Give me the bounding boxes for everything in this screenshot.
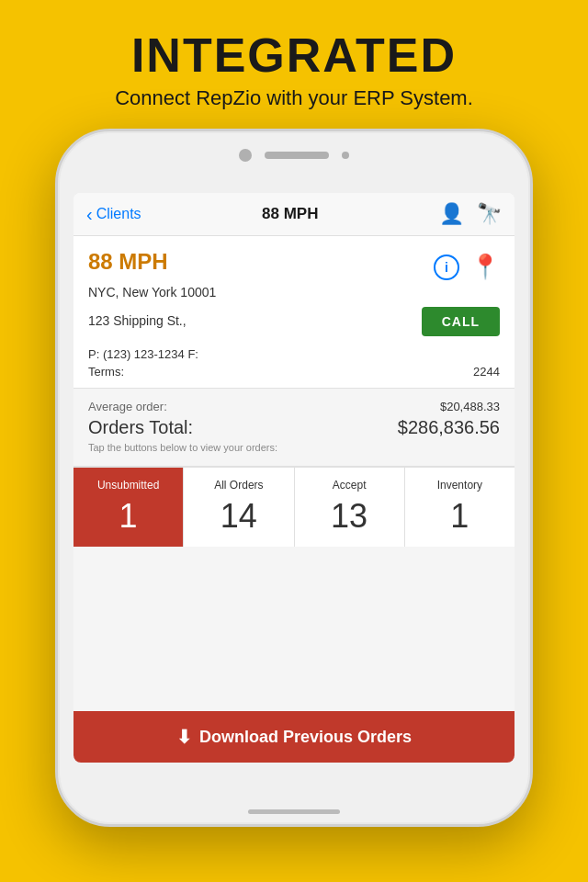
average-order-row: Average order: $20,488.33 — [88, 400, 500, 413]
client-section: 88 MPH i 📍 NYC, New York 10001 123 Shipp… — [74, 236, 514, 389]
order-type-count: 1 — [119, 497, 138, 536]
client-name: 88 MPH — [88, 249, 168, 275]
orders-total-label: Orders Total: — [88, 417, 193, 438]
nav-bar: ‹ Clients 88 MPH 👤 🔭 — [74, 193, 514, 236]
back-button[interactable]: ‹ Clients — [86, 204, 141, 225]
order-type-unsubmitted[interactable]: Unsubmitted1 — [74, 468, 184, 547]
phone-screen: ‹ Clients 88 MPH 👤 🔭 88 MPH i 📍 NYC, New… — [74, 193, 514, 763]
client-address: 123 Shipping St., — [88, 313, 187, 328]
phone-dot — [342, 152, 349, 159]
order-type-label: Accept — [333, 479, 367, 492]
phone-speaker — [265, 152, 329, 159]
binoculars-icon[interactable]: 🔭 — [477, 202, 502, 226]
client-terms-row: Terms: 2244 — [88, 365, 500, 379]
main-subtitle: Connect RepZio with your ERP System. — [115, 86, 473, 110]
spacer — [74, 547, 514, 711]
order-type-all-orders[interactable]: All Orders14 — [184, 468, 294, 547]
order-types-grid: Unsubmitted1All Orders14Accept13Inventor… — [74, 467, 514, 547]
map-pin-icon[interactable]: 📍 — [470, 253, 500, 281]
back-label: Clients — [96, 206, 141, 222]
terms-label: Terms: — [88, 365, 124, 379]
order-type-accept[interactable]: Accept13 — [295, 468, 405, 547]
orders-total-value: $286,836.56 — [398, 417, 500, 438]
main-title: INTEGRATED — [115, 28, 473, 83]
stats-section: Average order: $20,488.33 Orders Total: … — [74, 389, 514, 467]
nav-icons: 👤 🔭 — [439, 202, 502, 226]
download-icon: ⬇ — [176, 726, 192, 748]
client-city: NYC, New York 10001 — [88, 285, 500, 300]
phone-notch — [239, 149, 349, 162]
phone-home-bar — [248, 809, 340, 814]
user-icon[interactable]: 👤 — [439, 202, 464, 226]
client-header-row: 88 MPH i 📍 — [88, 249, 500, 281]
nav-title: 88 MPH — [147, 205, 434, 223]
tap-hint: Tap the buttons below to view your order… — [88, 442, 500, 453]
terms-value: 2244 — [473, 365, 500, 379]
order-type-inventory[interactable]: Inventory1 — [405, 468, 514, 547]
order-type-label: Unsubmitted — [97, 479, 159, 492]
download-button[interactable]: ⬇ Download Previous Orders — [74, 711, 514, 763]
info-button[interactable]: i — [434, 254, 459, 280]
average-order-value: $20,488.33 — [440, 400, 500, 413]
download-label: Download Previous Orders — [199, 728, 412, 747]
phone-wrapper: ‹ Clients 88 MPH 👤 🔭 88 MPH i 📍 NYC, New… — [55, 129, 533, 827]
call-button[interactable]: CALL — [422, 307, 500, 336]
order-type-count: 1 — [450, 497, 469, 536]
order-type-label: Inventory — [437, 479, 482, 492]
phone-camera — [239, 149, 252, 162]
order-type-count: 13 — [331, 497, 368, 536]
average-order-label: Average order: — [88, 400, 167, 413]
client-address-row2: 123 Shipping St., CALL — [88, 301, 500, 336]
back-chevron-icon: ‹ — [86, 204, 93, 225]
client-icons-row: i 📍 — [434, 253, 500, 281]
orders-total-row: Orders Total: $286,836.56 — [88, 417, 500, 438]
top-text: INTEGRATED Connect RepZio with your ERP … — [115, 0, 473, 110]
client-phone: P: (123) 123-1234 F: — [88, 347, 500, 361]
order-type-count: 14 — [220, 497, 257, 536]
order-type-label: All Orders — [214, 479, 263, 492]
